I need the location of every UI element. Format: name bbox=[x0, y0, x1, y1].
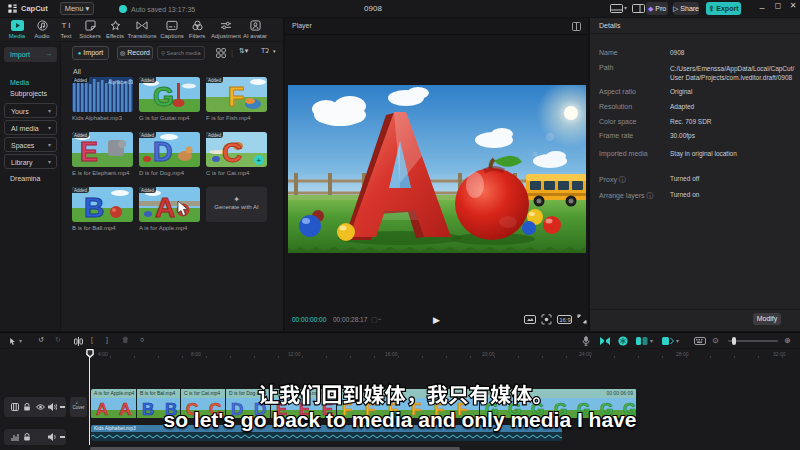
svg-text:Alphabe 09:18: Alphabe 09:18 bbox=[108, 79, 133, 85]
svg-text:G: G bbox=[153, 82, 174, 112]
svg-text:E: E bbox=[80, 137, 98, 167]
svg-text:A: A bbox=[155, 192, 175, 222]
svg-text:F: F bbox=[228, 82, 245, 112]
svg-text:D: D bbox=[153, 137, 173, 167]
svg-text:C: C bbox=[222, 137, 242, 167]
svg-text:16:9: 16:9 bbox=[559, 317, 571, 323]
svg-text:+: + bbox=[257, 156, 262, 165]
svg-text:B: B bbox=[84, 192, 104, 222]
